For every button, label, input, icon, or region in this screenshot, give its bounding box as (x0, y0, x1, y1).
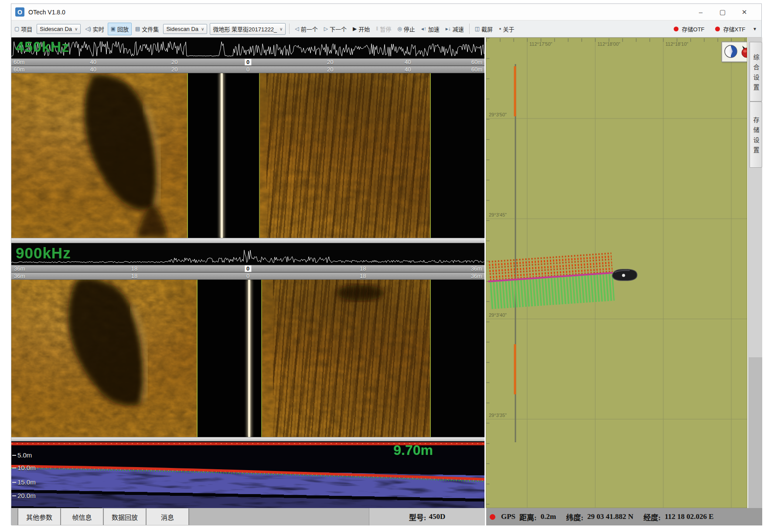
model-value: 450D (429, 512, 445, 521)
chevron-down-icon[interactable]: ▼ (753, 27, 757, 31)
play-icon: ▶ (353, 26, 357, 32)
pause-button[interactable]: ‖ 暂停 (373, 23, 394, 35)
map-graphics (486, 38, 747, 508)
window-controls: – ▢ ✕ (690, 4, 755, 20)
window-title: OTech V1.8.0 (28, 9, 65, 16)
record-dot-icon (715, 27, 720, 31)
model-status: 型号: 450D (369, 508, 485, 525)
longitude-label: 112°17'50" (529, 41, 552, 47)
water-column-450 (187, 73, 260, 238)
tab-messages[interactable]: 消息 (147, 508, 189, 525)
playback-button[interactable]: ▣ 回放 (108, 23, 132, 35)
tab-frame-info[interactable]: 帧信息 (61, 508, 104, 525)
depth-tick (12, 468, 16, 468)
range-ruler-900-bottom: 36m 18 0 18 36m (11, 272, 484, 280)
title-bar: O OTech V1.8.0 – ▢ ✕ (11, 4, 761, 20)
depth-scale-label: 10.0m (17, 464, 36, 471)
water-column-900 (197, 280, 262, 437)
tab-other-params[interactable]: 其他参数 (17, 508, 61, 525)
sonar-panel: 450kHz 60m 40 20 0 20 40 60m 60m 40 20 0… (11, 37, 484, 508)
latitude-label: 29°3'40" (489, 312, 507, 318)
close-icon[interactable]: ✕ (733, 4, 755, 20)
tab-general-settings[interactable]: 综合设置 (750, 42, 762, 102)
depth-tick (12, 495, 16, 496)
maximize-icon[interactable]: ▢ (712, 4, 733, 20)
longitude-value: 112 18 02.026 E (665, 512, 713, 521)
project-icon: ▢ (14, 26, 19, 32)
latitude-label: 29°3'50" (489, 112, 507, 117)
file-dropdown[interactable]: 微地形 茉草街20171222_ ∨ (210, 23, 286, 35)
status-bar: 其他参数 帧信息 数据回放 消息 型号: 450D GPS 距离: 0.2m 纬… (11, 508, 762, 525)
screenshot-button[interactable]: ◫ 截屏 (472, 23, 495, 35)
fileset-button[interactable]: ▤ 文件集 (133, 23, 161, 35)
distance-value: 0.2m (541, 512, 556, 521)
range-ruler-450-top: 60m 40 20 0 20 40 60m (11, 58, 484, 66)
toolbar-separator (469, 24, 470, 34)
main-content: 450kHz 60m 40 20 0 20 40 60m 60m 40 20 0… (11, 37, 762, 508)
store-xtf-button[interactable]: 存储XTF (713, 23, 748, 35)
speed-up-button[interactable]: ◂↑ 加速 (419, 23, 442, 35)
trace-waveform-450 (11, 37, 484, 58)
pause-icon: ‖ (376, 26, 378, 32)
coverage-track (487, 252, 615, 309)
start-button[interactable]: ▶ 开始 (350, 23, 372, 35)
frequency-label-450: 450kHz (16, 38, 69, 55)
settings-tab-strip: 综合设置 存储设置 (748, 37, 762, 508)
stop-button[interactable]: ◎ 停止 (395, 23, 418, 35)
gps-status: GPS 距离: 0.2m 纬度: 29 03 41.882 N 经度: 112 … (485, 508, 762, 525)
longitude-label: 112°18'10" (665, 41, 688, 47)
tab-data-playback[interactable]: 数据回放 (104, 508, 147, 525)
longitude-label: 112°18'00" (597, 41, 620, 47)
slow-down-button[interactable]: ▸↓ 减速 (443, 23, 467, 35)
source-dropdown[interactable]: Sidescan Da ∨ (37, 24, 81, 34)
ridged-texture (266, 73, 430, 238)
map-orientation-control[interactable] (721, 41, 747, 62)
next-button[interactable]: ▷ 下一个 (321, 23, 349, 35)
fileset-dropdown[interactable]: Sidescan Da ∨ (163, 24, 207, 34)
nadir-line-450 (221, 73, 223, 238)
app-logo-icon: O (15, 7, 24, 17)
depth-scale-label: 15.0m (17, 478, 36, 486)
chevron-down-icon: ∨ (201, 27, 204, 31)
trace-waveform-900 (11, 243, 484, 265)
latitude-value: 29 03 41.882 N (587, 512, 634, 521)
project-button[interactable]: ▢ 项目 (12, 23, 35, 35)
store-controls: 存储OTF 存储XTF ▼ (671, 20, 757, 37)
range-ruler-900-top: 36m 18 0 18 36m (11, 265, 484, 272)
speed-up-icon: ◂↑ (421, 26, 426, 32)
app-window: O OTech V1.8.0 – ▢ ✕ ▢ 项目 Sidescan Da ∨ … (11, 3, 762, 525)
outer-range-black-900 (430, 280, 484, 437)
gps-label: GPS (501, 512, 515, 521)
minimize-icon[interactable]: – (690, 4, 712, 20)
current-depth-value: 9.70m (393, 442, 433, 458)
range-ruler-450-bottom: 60m 40 20 0 20 40 60m (11, 66, 484, 73)
bottom-tab-bar: 其他参数 帧信息 数据回放 消息 (11, 508, 369, 525)
slow-down-icon: ▸↓ (446, 26, 451, 32)
compass-icon (722, 42, 747, 60)
navigation-map[interactable]: 112°17'50" 112°18'00" 112°18'10" 29°3'50… (486, 37, 747, 508)
ridged-texture (273, 280, 430, 437)
depth-scale-label: 20.0m (17, 492, 36, 499)
about-button[interactable]: ● 关于 (496, 23, 517, 35)
frequency-label-900: 900kHz (16, 244, 71, 262)
toolbar-separator (289, 24, 290, 34)
store-otf-button[interactable]: 存储OTF (671, 23, 707, 35)
outer-range-black-450 (430, 73, 484, 238)
stop-icon: ◎ (397, 26, 402, 32)
depth-tick (12, 455, 16, 456)
playback-icon: ▣ (111, 26, 116, 32)
gps-dot-icon (490, 514, 495, 520)
realtime-button[interactable]: ◁) 实时 (82, 23, 106, 35)
tab-storage-settings[interactable]: 存储设置 (750, 102, 762, 168)
chevron-down-icon: ∨ (280, 27, 283, 31)
depth-tick (12, 482, 16, 483)
screenshot-root: O OTech V1.8.0 – ▢ ✕ ▢ 项目 Sidescan Da ∨ … (0, 0, 774, 532)
waterfall-900 (11, 280, 484, 437)
record-dot-icon (674, 27, 679, 31)
previous-icon: ◁ (295, 26, 299, 32)
main-toolbar: ▢ 项目 Sidescan Da ∨ ◁) 实时 ▣ 回放 ▤ 文件集 Side… (11, 20, 761, 37)
previous-button[interactable]: ◁ 前一个 (292, 23, 320, 35)
next-icon: ▷ (324, 26, 328, 32)
panel-divider (11, 238, 484, 243)
file-icon: ▤ (135, 26, 140, 32)
